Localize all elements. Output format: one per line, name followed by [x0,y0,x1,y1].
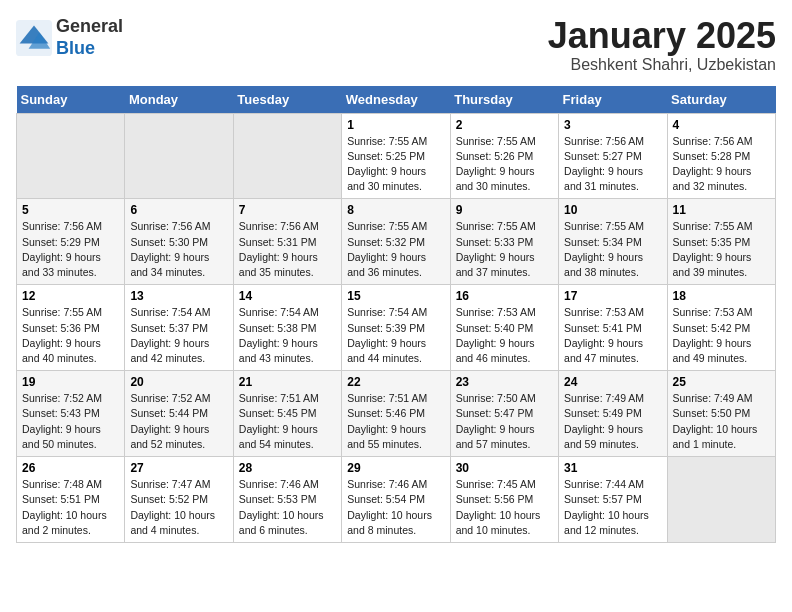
calendar-cell: 11Sunrise: 7:55 AM Sunset: 5:35 PM Dayli… [667,199,775,285]
week-row-2: 5Sunrise: 7:56 AM Sunset: 5:29 PM Daylig… [17,199,776,285]
calendar-cell: 20Sunrise: 7:52 AM Sunset: 5:44 PM Dayli… [125,371,233,457]
calendar-body: 1Sunrise: 7:55 AM Sunset: 5:25 PM Daylig… [17,113,776,542]
day-number: 24 [564,375,661,389]
day-number: 11 [673,203,770,217]
cell-content: Sunrise: 7:54 AM Sunset: 5:38 PM Dayligh… [239,305,336,366]
day-number: 28 [239,461,336,475]
calendar-cell: 7Sunrise: 7:56 AM Sunset: 5:31 PM Daylig… [233,199,341,285]
day-number: 30 [456,461,553,475]
calendar-cell [667,457,775,543]
logo-blue: Blue [56,38,95,58]
weekday-header-sunday: Sunday [17,86,125,114]
calendar-table: SundayMondayTuesdayWednesdayThursdayFrid… [16,86,776,543]
day-number: 21 [239,375,336,389]
cell-content: Sunrise: 7:56 AM Sunset: 5:28 PM Dayligh… [673,134,770,195]
logo-text: General Blue [56,16,123,59]
calendar-cell: 12Sunrise: 7:55 AM Sunset: 5:36 PM Dayli… [17,285,125,371]
day-number: 1 [347,118,444,132]
calendar-header: SundayMondayTuesdayWednesdayThursdayFrid… [17,86,776,114]
calendar-cell: 25Sunrise: 7:49 AM Sunset: 5:50 PM Dayli… [667,371,775,457]
calendar-cell: 18Sunrise: 7:53 AM Sunset: 5:42 PM Dayli… [667,285,775,371]
calendar-cell: 1Sunrise: 7:55 AM Sunset: 5:25 PM Daylig… [342,113,450,199]
cell-content: Sunrise: 7:55 AM Sunset: 5:26 PM Dayligh… [456,134,553,195]
day-number: 10 [564,203,661,217]
month-title: January 2025 [548,16,776,56]
calendar-cell: 23Sunrise: 7:50 AM Sunset: 5:47 PM Dayli… [450,371,558,457]
calendar-cell: 14Sunrise: 7:54 AM Sunset: 5:38 PM Dayli… [233,285,341,371]
calendar-cell: 31Sunrise: 7:44 AM Sunset: 5:57 PM Dayli… [559,457,667,543]
calendar-cell: 2Sunrise: 7:55 AM Sunset: 5:26 PM Daylig… [450,113,558,199]
cell-content: Sunrise: 7:49 AM Sunset: 5:49 PM Dayligh… [564,391,661,452]
title-block: January 2025 Beshkent Shahri, Uzbekistan [548,16,776,74]
day-number: 3 [564,118,661,132]
cell-content: Sunrise: 7:48 AM Sunset: 5:51 PM Dayligh… [22,477,119,538]
day-number: 18 [673,289,770,303]
cell-content: Sunrise: 7:53 AM Sunset: 5:41 PM Dayligh… [564,305,661,366]
week-row-4: 19Sunrise: 7:52 AM Sunset: 5:43 PM Dayli… [17,371,776,457]
cell-content: Sunrise: 7:54 AM Sunset: 5:39 PM Dayligh… [347,305,444,366]
cell-content: Sunrise: 7:53 AM Sunset: 5:40 PM Dayligh… [456,305,553,366]
calendar-cell: 24Sunrise: 7:49 AM Sunset: 5:49 PM Dayli… [559,371,667,457]
cell-content: Sunrise: 7:49 AM Sunset: 5:50 PM Dayligh… [673,391,770,452]
day-number: 12 [22,289,119,303]
page-header: General Blue January 2025 Beshkent Shahr… [16,16,776,74]
day-number: 27 [130,461,227,475]
calendar-cell: 8Sunrise: 7:55 AM Sunset: 5:32 PM Daylig… [342,199,450,285]
cell-content: Sunrise: 7:55 AM Sunset: 5:35 PM Dayligh… [673,219,770,280]
day-number: 31 [564,461,661,475]
cell-content: Sunrise: 7:56 AM Sunset: 5:29 PM Dayligh… [22,219,119,280]
cell-content: Sunrise: 7:51 AM Sunset: 5:45 PM Dayligh… [239,391,336,452]
week-row-5: 26Sunrise: 7:48 AM Sunset: 5:51 PM Dayli… [17,457,776,543]
cell-content: Sunrise: 7:55 AM Sunset: 5:33 PM Dayligh… [456,219,553,280]
weekday-header-monday: Monday [125,86,233,114]
cell-content: Sunrise: 7:54 AM Sunset: 5:37 PM Dayligh… [130,305,227,366]
cell-content: Sunrise: 7:55 AM Sunset: 5:32 PM Dayligh… [347,219,444,280]
day-number: 25 [673,375,770,389]
day-number: 13 [130,289,227,303]
calendar-cell [125,113,233,199]
day-number: 5 [22,203,119,217]
day-number: 26 [22,461,119,475]
day-number: 14 [239,289,336,303]
day-number: 6 [130,203,227,217]
cell-content: Sunrise: 7:51 AM Sunset: 5:46 PM Dayligh… [347,391,444,452]
calendar-cell: 27Sunrise: 7:47 AM Sunset: 5:52 PM Dayli… [125,457,233,543]
cell-content: Sunrise: 7:55 AM Sunset: 5:34 PM Dayligh… [564,219,661,280]
calendar-cell: 30Sunrise: 7:45 AM Sunset: 5:56 PM Dayli… [450,457,558,543]
day-number: 15 [347,289,444,303]
week-row-1: 1Sunrise: 7:55 AM Sunset: 5:25 PM Daylig… [17,113,776,199]
cell-content: Sunrise: 7:44 AM Sunset: 5:57 PM Dayligh… [564,477,661,538]
cell-content: Sunrise: 7:55 AM Sunset: 5:36 PM Dayligh… [22,305,119,366]
day-number: 20 [130,375,227,389]
cell-content: Sunrise: 7:56 AM Sunset: 5:31 PM Dayligh… [239,219,336,280]
day-number: 2 [456,118,553,132]
day-number: 16 [456,289,553,303]
calendar-cell: 19Sunrise: 7:52 AM Sunset: 5:43 PM Dayli… [17,371,125,457]
cell-content: Sunrise: 7:55 AM Sunset: 5:25 PM Dayligh… [347,134,444,195]
weekday-header-friday: Friday [559,86,667,114]
calendar-cell: 16Sunrise: 7:53 AM Sunset: 5:40 PM Dayli… [450,285,558,371]
calendar-cell: 29Sunrise: 7:46 AM Sunset: 5:54 PM Dayli… [342,457,450,543]
calendar-cell [233,113,341,199]
calendar-cell: 6Sunrise: 7:56 AM Sunset: 5:30 PM Daylig… [125,199,233,285]
day-number: 19 [22,375,119,389]
calendar-cell: 9Sunrise: 7:55 AM Sunset: 5:33 PM Daylig… [450,199,558,285]
calendar-cell: 28Sunrise: 7:46 AM Sunset: 5:53 PM Dayli… [233,457,341,543]
cell-content: Sunrise: 7:56 AM Sunset: 5:30 PM Dayligh… [130,219,227,280]
calendar-cell: 22Sunrise: 7:51 AM Sunset: 5:46 PM Dayli… [342,371,450,457]
logo-general: General [56,16,123,36]
weekday-header-thursday: Thursday [450,86,558,114]
location-subtitle: Beshkent Shahri, Uzbekistan [548,56,776,74]
calendar-cell [17,113,125,199]
day-number: 23 [456,375,553,389]
cell-content: Sunrise: 7:45 AM Sunset: 5:56 PM Dayligh… [456,477,553,538]
calendar-cell: 5Sunrise: 7:56 AM Sunset: 5:29 PM Daylig… [17,199,125,285]
calendar-cell: 10Sunrise: 7:55 AM Sunset: 5:34 PM Dayli… [559,199,667,285]
calendar-cell: 15Sunrise: 7:54 AM Sunset: 5:39 PM Dayli… [342,285,450,371]
weekday-header-wednesday: Wednesday [342,86,450,114]
day-number: 7 [239,203,336,217]
cell-content: Sunrise: 7:46 AM Sunset: 5:53 PM Dayligh… [239,477,336,538]
cell-content: Sunrise: 7:52 AM Sunset: 5:44 PM Dayligh… [130,391,227,452]
cell-content: Sunrise: 7:50 AM Sunset: 5:47 PM Dayligh… [456,391,553,452]
day-number: 29 [347,461,444,475]
